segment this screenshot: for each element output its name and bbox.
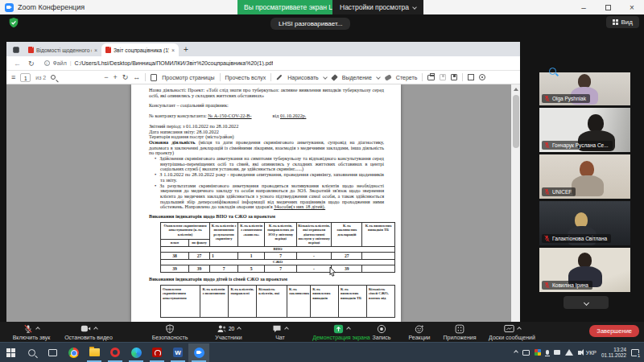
- stop-video-button[interactable]: Остановить видео: [58, 323, 119, 341]
- zoom-out-icon[interactable]: −: [104, 73, 108, 81]
- date: 01.11.2022: [601, 352, 626, 358]
- indicators-table-children: Охоплення скринінговим анкетуванням К-ть…: [160, 285, 395, 318]
- chevron-down-icon[interactable]: [376, 75, 381, 80]
- start-button[interactable]: [0, 343, 21, 362]
- participant-name-label: Гончарук Руслана Се...: [542, 141, 613, 150]
- participant-video[interactable]: Ковиліна Ірина: [539, 248, 630, 292]
- draw-icon: [277, 74, 283, 80]
- workspaces-icon[interactable]: [13, 47, 19, 53]
- windows-taskbar: W УКР 13:24 01.11.2022 1: [0, 342, 644, 362]
- view-button[interactable]: Вид: [606, 16, 639, 28]
- search-icon[interactable]: [51, 75, 56, 80]
- page-number-input[interactable]: 1: [20, 73, 31, 82]
- participant-video[interactable]: Галактіонова Світлана: [539, 201, 630, 245]
- back-icon[interactable]: ←: [14, 60, 21, 68]
- draw-button[interactable]: Нарисовать: [287, 75, 318, 80]
- read-aloud-button[interactable]: Прочесть вслух: [225, 75, 266, 80]
- reactions-button[interactable]: Реакции: [401, 323, 438, 341]
- view-settings-button[interactable]: Настройки просмотра: [332, 0, 423, 14]
- language-indicator[interactable]: УКР: [586, 350, 597, 356]
- video-camera-icon: [80, 324, 91, 333]
- mic-muted-icon: [544, 235, 550, 242]
- fullscreen-icon[interactable]: [468, 74, 474, 80]
- rotate-icon[interactable]: ↻: [122, 73, 129, 81]
- scroll-up-icon[interactable]: [511, 84, 520, 93]
- fit-width-icon[interactable]: ↔: [133, 73, 140, 81]
- task-view-button[interactable]: [42, 343, 63, 362]
- page-view-icon: [151, 74, 157, 81]
- network-tray-icon[interactable]: [565, 349, 573, 356]
- participant-name-label: UNICEF: [542, 187, 576, 197]
- participants-button[interactable]: 20 Участники: [201, 323, 256, 341]
- restore-icon: [605, 5, 611, 10]
- scrollbar[interactable]: [511, 84, 520, 322]
- acrobat-taskbar-button[interactable]: [147, 343, 167, 362]
- info-icon[interactable]: i: [44, 60, 50, 66]
- word-taskbar-button[interactable]: W: [167, 343, 188, 362]
- toc-icon[interactable]: ≡: [11, 73, 15, 81]
- defender-tray-icon[interactable]: [535, 349, 541, 356]
- apps-button[interactable]: Приложения: [438, 323, 481, 341]
- minimize-button[interactable]: –: [572, 0, 596, 14]
- camera-tray-icon[interactable]: [554, 350, 560, 355]
- participant-video[interactable]: Гончарук Руслана Се...: [539, 108, 630, 152]
- restore-button[interactable]: [596, 0, 620, 14]
- refresh-icon[interactable]: ↻: [28, 60, 35, 68]
- mic-muted-icon: [544, 188, 550, 195]
- mute-button[interactable]: Включить звук: [6, 323, 56, 341]
- chevron-up-icon[interactable]: [35, 327, 40, 331]
- more-participants-button[interactable]: [564, 296, 609, 309]
- volume-tray-icon[interactable]: [578, 351, 581, 355]
- participant-video[interactable]: UNICEF: [539, 154, 630, 199]
- hidden-icons-chevron[interactable]: [514, 350, 518, 355]
- edge-taskbar-button[interactable]: [126, 343, 147, 362]
- taskbar-search-button[interactable]: [21, 343, 42, 362]
- search-icon[interactable]: [549, 68, 556, 75]
- zoom-taskbar-button[interactable]: [188, 343, 209, 362]
- tab-social-worker-report[interactable]: Звіт соцпрацівника (1).pdf ×: [101, 43, 179, 56]
- participant-video[interactable]: Olga Pyshniak: [539, 72, 630, 105]
- new-tab-button[interactable]: +: [184, 45, 188, 54]
- erase-button[interactable]: Стереть: [396, 75, 417, 80]
- settings-gear-icon[interactable]: [479, 74, 485, 80]
- pdf-page: Назва діяльності: Проект: «Тобі слід зна…: [131, 84, 401, 322]
- scrollbar-thumb[interactable]: [513, 95, 519, 148]
- close-tab-icon[interactable]: ×: [94, 47, 97, 53]
- whiteboard-button[interactable]: Доски сообщений: [481, 323, 543, 341]
- clock[interactable]: 13:24 01.11.2022: [601, 347, 626, 358]
- print-icon[interactable]: [427, 75, 435, 80]
- opera-taskbar-button[interactable]: [105, 343, 126, 362]
- table-row: 38 27 1 1 7 - 27: [161, 252, 395, 259]
- chevron-up-icon[interactable]: [93, 327, 98, 331]
- end-meeting-button[interactable]: Завершение: [589, 325, 639, 337]
- chevron-up-icon[interactable]: [346, 327, 351, 331]
- explorer-taskbar-button[interactable]: [84, 343, 105, 362]
- close-button[interactable]: ×: [620, 0, 644, 14]
- chevron-down-icon[interactable]: [323, 75, 328, 80]
- erase-icon: [384, 74, 391, 80]
- chat-button[interactable]: Чат: [264, 323, 296, 341]
- search-icon: [28, 349, 35, 356]
- action-center-icon[interactable]: 1: [631, 349, 639, 356]
- reactions-icon: [415, 324, 424, 334]
- close-tab-icon[interactable]: ×: [171, 47, 175, 53]
- chrome-taskbar-button[interactable]: [63, 343, 84, 362]
- save-icon[interactable]: [440, 74, 446, 80]
- highlight-button[interactable]: Выделение: [342, 75, 372, 80]
- mouse-cursor: [329, 266, 336, 277]
- doc-consultant: Консультант – соціальний працівник:: [149, 103, 384, 109]
- indicators-table-vpo-szho: Охоплення скринінговим анкетуванням (к-т…: [160, 222, 395, 273]
- page-view-button[interactable]: Просмотр страницы: [162, 75, 214, 80]
- tab-daily-records[interactable]: Відомості щоденного обліку (1 ×: [24, 43, 101, 56]
- chevron-up-icon[interactable]: [237, 327, 242, 331]
- chevron-up-icon[interactable]: [517, 327, 522, 331]
- save-as-icon[interactable]: [451, 74, 457, 80]
- security-button[interactable]: Безопасность: [145, 323, 195, 341]
- address-text[interactable]: Файл | C:/Users/Lhsi/Desktop/Винница/ПОМ…: [53, 60, 274, 66]
- zoom-in-icon[interactable]: +: [114, 73, 118, 81]
- record-button[interactable]: Запись: [364, 323, 399, 341]
- chevron-up-icon[interactable]: [284, 327, 289, 331]
- microphone-tray-icon[interactable]: [546, 350, 549, 355]
- display-tray-icon[interactable]: [522, 350, 530, 356]
- page-count: из 2: [35, 75, 46, 80]
